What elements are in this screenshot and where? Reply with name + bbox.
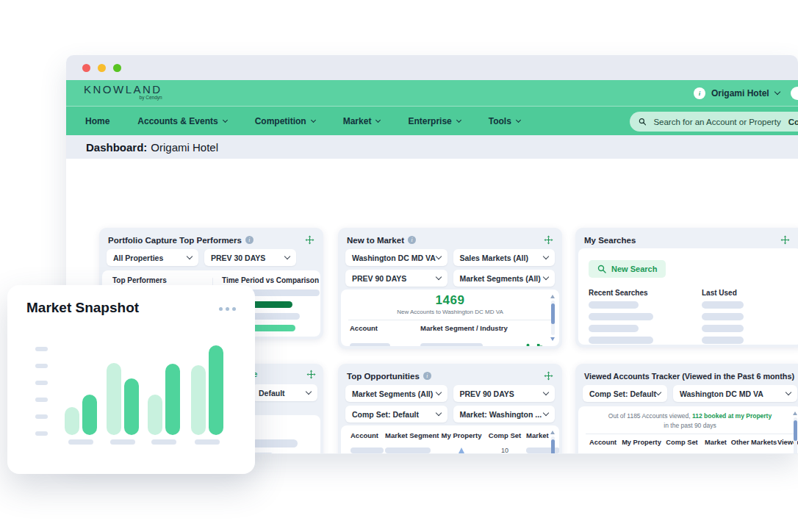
close-button[interactable]: [82, 64, 90, 72]
maximize-button[interactable]: [113, 64, 121, 72]
panel-partially-hidden: te Default: [246, 364, 323, 454]
drag-move-icon[interactable]: [306, 370, 316, 379]
column-heading: Recent Searches: [589, 289, 648, 297]
chart-bar-comparison: [191, 365, 206, 435]
scroll-thumb[interactable]: [794, 420, 797, 441]
dropdown-market-washington[interactable]: Market: Washington ...: [453, 406, 556, 423]
dropdown-market-segments-all[interactable]: Market Segments (All): [453, 270, 556, 287]
scroll-up-icon[interactable]: [550, 295, 555, 298]
divider: [348, 320, 552, 320]
nav-item-tools[interactable]: Tools: [489, 116, 520, 126]
chart-bar-current: [209, 345, 223, 435]
nav-item-market[interactable]: Market: [343, 116, 381, 126]
info-icon[interactable]: i: [694, 87, 705, 99]
new-search-button[interactable]: New Search: [589, 260, 666, 278]
column-header-comp-set: Comp Set: [663, 439, 701, 446]
chevron-down-icon: [375, 117, 381, 122]
category-label-skeleton: [151, 439, 176, 445]
viewed-by-cell: [777, 453, 798, 454]
dropdown-comp-set-default[interactable]: Comp Set: Default: [583, 385, 667, 402]
table-row: [341, 339, 559, 346]
chart-bar-comparison: [65, 407, 79, 435]
scroll-up-icon[interactable]: [793, 411, 797, 415]
skeleton-search-item: [589, 301, 639, 309]
knowland-logo[interactable]: KNOWLAND by Cendyn: [84, 83, 162, 100]
skeleton-search-item: [589, 325, 639, 332]
eye-icon[interactable]: [786, 453, 794, 454]
scrollbar[interactable]: [792, 411, 798, 454]
column-header-my-property: My Property: [439, 431, 484, 439]
scrollbar[interactable]: [550, 295, 556, 341]
chart-bar-comparison: [107, 363, 121, 435]
column-heading: Top Performers: [112, 276, 183, 284]
metric-value: 1469: [341, 293, 559, 308]
search-icon: [639, 117, 646, 126]
info-icon[interactable]: i: [245, 236, 254, 244]
menu-dots-icon[interactable]: [219, 307, 236, 311]
chevron-down-icon: [543, 254, 549, 259]
panel-title: Top Opportunities: [347, 372, 420, 381]
axis-tick-skeleton: [35, 431, 48, 436]
divider: [586, 434, 794, 434]
nav-item-home[interactable]: Home: [85, 116, 109, 126]
chart-bar-current: [124, 378, 139, 435]
nav-item-accounts-events[interactable]: Accounts & Events: [137, 116, 226, 126]
skeleton-cell: [420, 343, 483, 346]
dropdown-prev-90-days[interactable]: PREV 90 DAYS: [453, 385, 556, 402]
search-scope-label[interactable]: Con: [788, 118, 798, 126]
nav-item-enterprise[interactable]: Enterprise: [408, 116, 460, 126]
market-snapshot-card: Market Snapshot: [7, 285, 255, 474]
skeleton-date: [702, 325, 744, 332]
skeleton-date: [702, 301, 744, 309]
skeleton-cell: [351, 447, 384, 453]
table-row: 10: [341, 447, 559, 454]
dropdown-washington-dc-md-va[interactable]: Washington DC MD VA: [345, 249, 447, 266]
scroll-up-icon[interactable]: [550, 431, 555, 434]
chevron-down-icon: [435, 389, 441, 395]
axis-tick-skeleton: [35, 364, 48, 368]
minimize-button[interactable]: [98, 64, 106, 72]
axis-tick-skeleton: [35, 347, 48, 351]
dropdown-prev-90-days[interactable]: PREV 90 DAYS: [345, 270, 447, 287]
info-icon[interactable]: i: [408, 236, 416, 244]
chevron-down-icon: [543, 274, 549, 280]
chevron-down-icon: [435, 274, 441, 280]
table-row: ✓✓✓: [578, 453, 798, 454]
skeleton-search-item: [589, 313, 653, 320]
dropdown-washington-dc-md-va[interactable]: Washington DC MD VA: [673, 385, 797, 402]
dropdown-comp-set-default[interactable]: Comp Set: Default: [345, 406, 447, 423]
search-input[interactable]: Search for an Account or Property Con: [630, 112, 798, 132]
panel-title: My Searches: [584, 236, 636, 245]
chevron-down-icon: [435, 410, 441, 416]
dropdown-sales-markets-all[interactable]: Sales Markets (All): [453, 249, 556, 266]
column-header-account: Account: [350, 324, 420, 332]
dropdown-default[interactable]: Default: [252, 384, 317, 401]
dropdown-market-segments-all[interactable]: Market Segments (All): [345, 385, 447, 402]
drag-move-icon[interactable]: [305, 235, 314, 245]
scrollbar[interactable]: [550, 431, 556, 454]
info-icon[interactable]: i: [423, 372, 431, 380]
brand-name: KNOWLAND: [84, 83, 162, 96]
nav-item-competition[interactable]: Competition: [255, 116, 315, 126]
drag-move-icon[interactable]: [544, 371, 553, 381]
building-icon[interactable]: [536, 339, 543, 346]
drag-move-icon[interactable]: [780, 235, 790, 245]
column-header-comp-set: Comp Set: [484, 431, 526, 439]
person-icon[interactable]: [525, 339, 531, 346]
skeleton-cell: [252, 453, 274, 454]
chevron-down-icon: [786, 389, 791, 395]
user-avatar[interactable]: [791, 87, 798, 100]
column-header-market-segment: Market Segment: [385, 431, 439, 439]
scroll-down-icon[interactable]: [550, 337, 555, 341]
property-selector[interactable]: i Origami Hotel: [694, 80, 780, 106]
chart-bar-current: [165, 364, 180, 435]
column-header-market: Market: [701, 439, 730, 446]
page: KNOWLAND by Cendyn i Origami Hotel HomeA…: [0, 0, 798, 532]
dropdown-prev-30-days[interactable]: PREV 30 DAYS: [204, 249, 296, 266]
dropdown-all-properties[interactable]: All Properties: [107, 249, 198, 266]
scroll-thumb[interactable]: [551, 439, 555, 454]
category-label-skeleton: [195, 439, 220, 445]
scroll-thumb[interactable]: [551, 303, 555, 324]
drag-move-icon[interactable]: [544, 235, 553, 245]
search-placeholder: Search for an Account or Property: [653, 118, 780, 126]
